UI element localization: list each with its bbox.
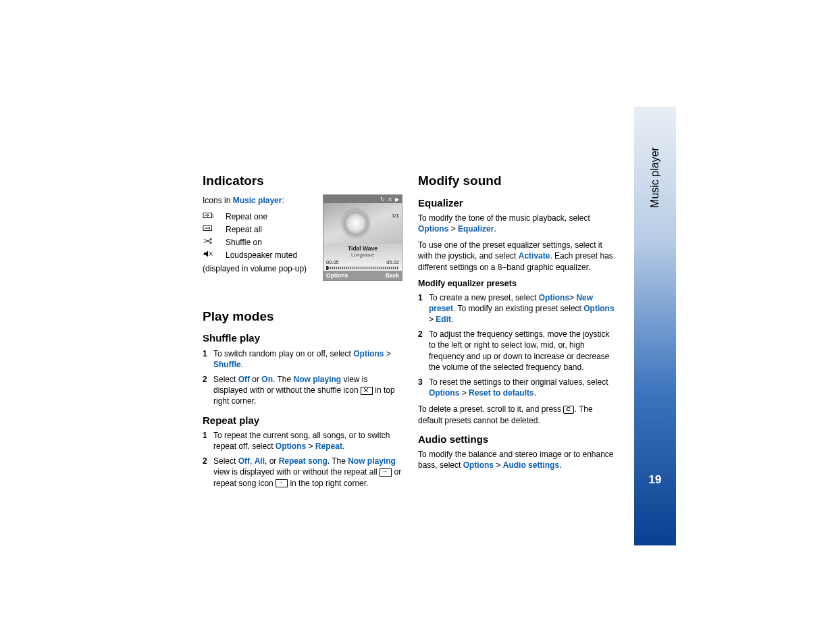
elapsed-time: 00.05 bbox=[326, 259, 339, 265]
shuffle-icon bbox=[203, 237, 226, 248]
options-link[interactable]: Options bbox=[353, 349, 384, 358]
song-title: Tidal Wave bbox=[323, 244, 402, 252]
heading-repeat-play: Repeat play bbox=[203, 414, 402, 427]
step-1: 1 To create a new preset, select Options… bbox=[418, 292, 617, 325]
step-1: 1 To switch random play on or off, selec… bbox=[203, 348, 402, 370]
phone-screenshot: ↻ ⤨ ▶ 1/1 Tidal Wave Longwave 00.05 05.0… bbox=[323, 194, 402, 281]
play-status-icon: ▶ bbox=[395, 196, 399, 203]
on-link[interactable]: On bbox=[261, 375, 273, 384]
modify-preset-steps: 1 To create a new preset, select Options… bbox=[418, 292, 617, 399]
options-link[interactable]: Options bbox=[429, 388, 459, 398]
repeat-one-icon: 1 bbox=[203, 211, 226, 222]
repeat-song-inline-icon bbox=[276, 479, 288, 487]
shuffle-steps: 1 To switch random play on or off, selec… bbox=[203, 348, 402, 407]
heading-shuffle-play: Shuffle play bbox=[203, 331, 402, 345]
options-link[interactable]: Options bbox=[418, 224, 448, 234]
options-link[interactable]: Options bbox=[463, 460, 494, 470]
step-2: 2 To adjust the frequency settings, move… bbox=[418, 329, 617, 373]
music-player-link[interactable]: Music player bbox=[233, 196, 282, 205]
softkeys: Options Back bbox=[323, 271, 402, 280]
repeat-all-inline-icon bbox=[380, 468, 392, 477]
eq-para-2: To use one of the preset equalizer setti… bbox=[418, 240, 617, 273]
step-2: 2 Select Off or On. The Now playing view… bbox=[203, 374, 402, 407]
now-playing-link[interactable]: Now playing bbox=[348, 456, 396, 466]
progress-bar bbox=[326, 267, 399, 269]
repeat-link[interactable]: Repeat bbox=[315, 441, 342, 451]
shot-topbar: ↻ ⤨ ▶ bbox=[323, 195, 402, 203]
artist-name: Longwave bbox=[323, 252, 402, 258]
audio-settings-link[interactable]: Audio settings bbox=[503, 460, 559, 470]
eq-para-1: To modify the tone of the music playback… bbox=[418, 213, 617, 234]
repeat-steps: 1 To repeat the current song, all songs,… bbox=[203, 430, 402, 489]
repeat-status-icon: ↻ bbox=[380, 196, 385, 203]
album-art: 1/1 bbox=[323, 203, 402, 244]
repeat-all-icon bbox=[203, 224, 226, 235]
now-playing-link[interactable]: Now playing bbox=[294, 375, 342, 384]
heading-equalizer: Equalizer bbox=[418, 196, 617, 210]
repeat-song-link[interactable]: Repeat song bbox=[279, 456, 328, 466]
heading-modify-presets: Modify equalizer presets bbox=[418, 278, 617, 290]
all-link[interactable]: All bbox=[255, 456, 265, 466]
total-time: 05.02 bbox=[386, 259, 399, 265]
speaker-muted-icon bbox=[203, 250, 226, 261]
options-link[interactable]: Options bbox=[539, 293, 569, 302]
svg-text:1: 1 bbox=[212, 213, 215, 218]
column-right: Modify sound Equalizer To modify the ton… bbox=[418, 172, 617, 494]
softkey-right[interactable]: Back bbox=[386, 272, 399, 279]
equalizer-link[interactable]: Equalizer bbox=[458, 224, 494, 234]
cd-icon bbox=[342, 210, 369, 237]
softkey-left[interactable]: Options bbox=[326, 272, 348, 279]
options-link[interactable]: Options bbox=[583, 304, 614, 313]
clear-key-icon bbox=[563, 406, 574, 414]
heading-indicators: Indicators bbox=[203, 172, 402, 190]
track-counter: 1/1 bbox=[392, 213, 399, 219]
heading-audio-settings: Audio settings bbox=[418, 433, 617, 446]
page-content: Indicators Icons in Music player: 1 Repe… bbox=[203, 0, 669, 494]
shuffle-link[interactable]: Shuffle bbox=[213, 360, 241, 369]
activate-link[interactable]: Activate bbox=[519, 251, 550, 261]
step-3: 3 To reset the settings to their origina… bbox=[418, 377, 617, 398]
audio-settings-para: To modify the balance and stereo image o… bbox=[418, 449, 617, 471]
off-link[interactable]: Off bbox=[238, 456, 250, 466]
options-link[interactable]: Options bbox=[276, 441, 306, 451]
edit-link[interactable]: Edit bbox=[436, 315, 451, 324]
progress-times: 00.05 05.02 bbox=[323, 258, 402, 265]
off-link[interactable]: Off bbox=[238, 375, 250, 384]
reset-defaults-link[interactable]: Reset to defaults bbox=[469, 388, 534, 398]
step-2: 2 Select Off, All, or Repeat song. The N… bbox=[203, 456, 402, 489]
shuffle-status-icon: ⤨ bbox=[388, 196, 392, 203]
heading-play-modes: Play modes bbox=[203, 308, 402, 325]
heading-modify-sound: Modify sound bbox=[418, 172, 617, 190]
step-1: 1 To repeat the current song, all songs,… bbox=[203, 430, 402, 452]
shuffle-inline-icon bbox=[361, 387, 373, 395]
delete-preset-para: To delete a preset, scroll to it, and pr… bbox=[418, 404, 617, 425]
